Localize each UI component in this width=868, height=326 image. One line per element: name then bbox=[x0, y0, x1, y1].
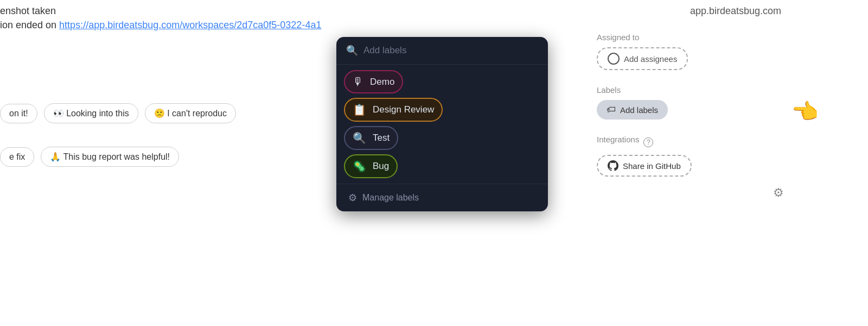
demo-emoji: 🎙 bbox=[353, 76, 363, 88]
design-review-emoji: 📋 bbox=[353, 103, 366, 116]
dropdown-items-list: 🎙 Demo 📋 Design Review 🔍 Test 🦠 Bug bbox=[336, 65, 548, 184]
labels-title: Labels bbox=[597, 85, 781, 95]
session-text: ion ended on https://app.birdeatsbug.com… bbox=[0, 20, 321, 31]
circle-icon bbox=[608, 53, 620, 65]
design-review-label: Design Review bbox=[373, 104, 434, 115]
tag-icon: 🏷 bbox=[607, 104, 616, 115]
manage-labels-button[interactable]: ⚙ Manage labels bbox=[336, 184, 548, 211]
github-icon bbox=[608, 160, 618, 171]
share-github-label: Share in GitHub bbox=[623, 161, 681, 171]
dropdown-search-bar: 🔍 bbox=[336, 37, 548, 65]
test-emoji: 🔍 bbox=[353, 131, 366, 145]
integrations-title: Integrations bbox=[597, 135, 639, 144]
quick-replies-row1: on it! 👀 Looking into this 🙁 I can't rep… bbox=[0, 103, 236, 123]
quick-reply-on-it[interactable]: on it! bbox=[0, 104, 37, 123]
demo-label: Demo bbox=[370, 77, 394, 87]
app-domain: app.birdeatsbug.com bbox=[690, 5, 781, 17]
quick-reply-looking-into-this[interactable]: 👀 Looking into this bbox=[44, 103, 138, 123]
add-labels-label: Add labels bbox=[620, 105, 658, 115]
top-bar: enshot taken bbox=[0, 5, 56, 17]
test-label: Test bbox=[373, 133, 390, 143]
dropdown-search-icon: 🔍 bbox=[346, 45, 358, 57]
dropdown-item-demo[interactable]: 🎙 Demo bbox=[344, 70, 403, 93]
right-panel: Assigned to Add assignees Labels 🏷 Add l… bbox=[597, 33, 781, 177]
dropdown-item-design-review[interactable]: 📋 Design Review bbox=[344, 98, 443, 122]
quick-reply-cant-reproduce[interactable]: 🙁 I can't reproduc bbox=[145, 103, 236, 123]
assigned-to-title: Assigned to bbox=[597, 33, 781, 42]
manage-labels-text: Manage labels bbox=[362, 193, 419, 203]
assigned-to-section: Assigned to Add assignees bbox=[597, 33, 781, 70]
quick-reply-fix[interactable]: e fix bbox=[0, 147, 34, 167]
bug-label: Bug bbox=[373, 161, 389, 172]
add-assignees-button[interactable]: Add assignees bbox=[597, 47, 688, 70]
quick-reply-helpful[interactable]: 🙏 This bug report was helpful! bbox=[41, 147, 179, 167]
bug-emoji: 🦠 bbox=[353, 160, 366, 173]
labels-section: Labels 🏷 Add labels bbox=[597, 85, 781, 120]
add-assignees-label: Add assignees bbox=[624, 54, 677, 64]
dropdown-search-input[interactable] bbox=[363, 45, 538, 56]
top-bar-prefix: enshot taken bbox=[0, 5, 56, 16]
manage-labels-gear-icon: ⚙ bbox=[348, 192, 357, 204]
integrations-header: Integrations ? bbox=[597, 135, 781, 149]
integrations-gear-icon[interactable]: ⚙ bbox=[773, 186, 784, 200]
integrations-help-icon[interactable]: ? bbox=[643, 137, 653, 147]
labels-dropdown: 🔍 🎙 Demo 📋 Design Review 🔍 Test 🦠 Bug ⚙ … bbox=[336, 37, 548, 211]
integrations-section: Integrations ? Share in GitHub bbox=[597, 135, 781, 177]
dropdown-item-bug[interactable]: 🦠 Bug bbox=[344, 154, 398, 178]
add-labels-button[interactable]: 🏷 Add labels bbox=[597, 100, 668, 120]
share-github-button[interactable]: Share in GitHub bbox=[597, 155, 692, 177]
quick-replies-row2: e fix 🙏 This bug report was helpful! bbox=[0, 147, 179, 167]
dropdown-item-test[interactable]: 🔍 Test bbox=[344, 126, 398, 150]
hand-cursor-icon: 👉 bbox=[792, 99, 819, 124]
session-link[interactable]: https://app.birdeatsbug.com/workspaces/2… bbox=[59, 20, 321, 30]
